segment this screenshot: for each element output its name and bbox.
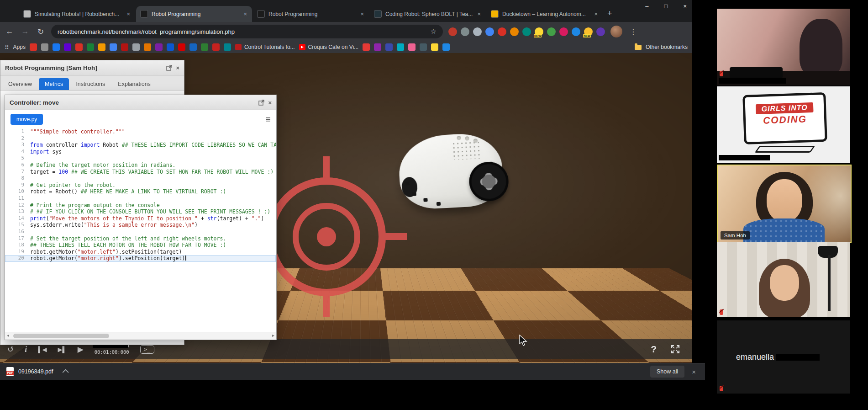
bookmark-icon[interactable]: [189, 43, 197, 51]
code-line[interactable]: 12# Print the program output on the cons…: [5, 202, 276, 209]
participant-video[interactable]: GIRLS INTO CODING: [717, 86, 850, 163]
bookmark-icon[interactable]: [30, 43, 37, 51]
editor-menu-icon[interactable]: ≡: [265, 114, 271, 125]
new-tab-button[interactable]: +: [607, 9, 612, 18]
bookmark-icon[interactable]: [53, 43, 60, 51]
panel-close-icon[interactable]: ×: [176, 64, 179, 71]
tab-explanations[interactable]: Explanations: [112, 78, 157, 90]
code-line[interactable]: 20robot.getMotor("motor.right").setPosit…: [5, 255, 276, 262]
code-line[interactable]: 16: [5, 229, 276, 235]
url-text[interactable]: robotbenchmark.net/benchmark/robot_progr…: [58, 28, 426, 35]
bookmark-star-icon[interactable]: ☆: [431, 27, 437, 36]
extension-icon[interactable]: [461, 27, 469, 36]
extension-icon[interactable]: [522, 27, 531, 36]
bookmark-icon[interactable]: [87, 43, 94, 51]
thymio-robot[interactable]: [397, 132, 512, 223]
reset-icon[interactable]: ↺: [7, 346, 14, 353]
code-line[interactable]: 6# Define the target motor position in r…: [5, 162, 276, 169]
panel-title-bar[interactable]: Robot Programming [Sam Hoh] ×: [0, 60, 184, 75]
code-line[interactable]: 18## THESE LINES TELL EACH MOTOR ON THE …: [5, 242, 276, 249]
apps-label[interactable]: Apps: [13, 44, 26, 50]
browser-tab-active[interactable]: Robot Programming ×: [136, 6, 252, 22]
profile-avatar[interactable]: [610, 26, 622, 37]
controller-title-bar[interactable]: Controller: move ×: [5, 95, 276, 110]
browser-tab[interactable]: Duckietown – Learning Autonom... ×: [487, 6, 603, 22]
bookmark-icon[interactable]: [155, 43, 163, 51]
tab-close-icon[interactable]: ×: [359, 11, 365, 17]
tab-overview[interactable]: Overview: [2, 78, 38, 90]
pop-out-icon[interactable]: [166, 65, 172, 71]
minimize-button[interactable]: –: [645, 3, 648, 10]
help-icon[interactable]: ?: [651, 344, 657, 355]
bookmark-icon[interactable]: [224, 43, 231, 51]
code-line[interactable]: 2: [5, 135, 276, 142]
bookmark-icon[interactable]: [374, 43, 381, 51]
code-line[interactable]: 4import sys: [5, 149, 276, 155]
extension-icon[interactable]: [485, 27, 494, 36]
extension-icon[interactable]: NEW: [584, 27, 593, 36]
code-line[interactable]: 17# Set the target position of the left …: [5, 235, 276, 242]
bookmark-icon[interactable]: [178, 43, 185, 51]
code-line[interactable]: 14print("Move the motors of the Thymio I…: [5, 215, 276, 222]
tab-close-icon[interactable]: ×: [593, 11, 599, 17]
extension-icon[interactable]: [596, 27, 605, 36]
extension-icon[interactable]: [547, 27, 556, 36]
code-line[interactable]: 13# ## IF YOU CLICK ON THE CONSOLE BUTTO…: [5, 208, 276, 215]
bookmark-icon[interactable]: [408, 43, 416, 51]
code-line[interactable]: 7target = 100 ## WE CREATE THIS VARIABLE…: [5, 169, 276, 176]
address-bar[interactable]: robotbenchmark.net/benchmark/robot_progr…: [51, 25, 443, 38]
tab-close-icon[interactable]: ×: [126, 11, 131, 17]
code-line[interactable]: 3from controller import Robot ## THESE L…: [5, 142, 276, 149]
other-bookmarks-label[interactable]: Other bookmarks: [646, 44, 688, 50]
extension-icon[interactable]: NEW: [535, 27, 543, 36]
bookmark-icon[interactable]: [75, 43, 83, 51]
extension-icon[interactable]: [572, 27, 580, 36]
tab-instructions[interactable]: Instructions: [70, 78, 111, 90]
bookmark-icon[interactable]: [121, 43, 128, 51]
participant-video[interactable]: emanuella: [717, 320, 850, 394]
extension-icon[interactable]: [510, 27, 519, 36]
bookmark-icon[interactable]: [64, 43, 71, 51]
bookmark-icon[interactable]: [144, 43, 151, 51]
bookmark-icon[interactable]: [397, 43, 404, 51]
fullscreen-icon[interactable]: [670, 344, 680, 354]
download-bar-close-icon[interactable]: ×: [689, 368, 699, 376]
scrollbar-thumb[interactable]: [13, 334, 109, 338]
refresh-icon[interactable]: ↻: [36, 27, 46, 37]
horizontal-scrollbar[interactable]: ◂ ▸: [5, 332, 276, 340]
tab-close-icon[interactable]: ×: [476, 11, 482, 17]
browser-menu-icon[interactable]: ⋮: [628, 27, 639, 36]
controller-close-icon[interactable]: ×: [268, 99, 272, 106]
participant-video[interactable]: [717, 9, 850, 85]
participant-video-active[interactable]: Sam Hoh: [717, 165, 852, 243]
download-caret-icon[interactable]: [63, 369, 69, 375]
code-editor[interactable]: 1"""Simple robot controller."""23from co…: [5, 128, 276, 332]
show-all-button[interactable]: Show all: [650, 366, 684, 378]
scroll-left-icon[interactable]: ◂: [7, 333, 9, 338]
bookmark-item[interactable]: Croquis Cafe on Vi...: [299, 44, 359, 50]
code-line[interactable]: 8: [5, 175, 276, 182]
code-line[interactable]: 19robot.getMotor("motor.left").setPositi…: [5, 249, 276, 256]
extension-icon[interactable]: [448, 27, 457, 36]
bookmark-icon[interactable]: [41, 43, 48, 51]
download-filename[interactable]: 09196849.pdf: [18, 368, 53, 375]
browser-tab[interactable]: Coding Robot: Sphero BOLT | Tea... ×: [370, 6, 486, 22]
code-line[interactable]: 11: [5, 195, 276, 202]
bookmark-icon[interactable]: [201, 43, 208, 51]
file-tab-movepy[interactable]: move.py: [11, 114, 43, 125]
forward-icon[interactable]: →: [20, 27, 30, 36]
apps-grid-icon[interactable]: ⠿: [5, 44, 9, 51]
back-icon[interactable]: ←: [5, 27, 15, 36]
bookmark-icon[interactable]: [98, 43, 105, 51]
code-line[interactable]: 5: [5, 155, 276, 162]
bookmark-icon[interactable]: [110, 43, 117, 51]
extension-icon[interactable]: [498, 27, 506, 36]
skip-start-icon[interactable]: ▌◀: [38, 346, 47, 352]
tab-close-icon[interactable]: ×: [242, 11, 248, 17]
maximize-button[interactable]: □: [664, 3, 668, 10]
tab-metrics[interactable]: Metrics: [39, 78, 69, 90]
bookmark-icon[interactable]: [132, 43, 140, 51]
bookmark-icon[interactable]: [167, 43, 174, 51]
extension-icon[interactable]: [473, 27, 482, 36]
bookmark-icon[interactable]: [212, 43, 220, 51]
